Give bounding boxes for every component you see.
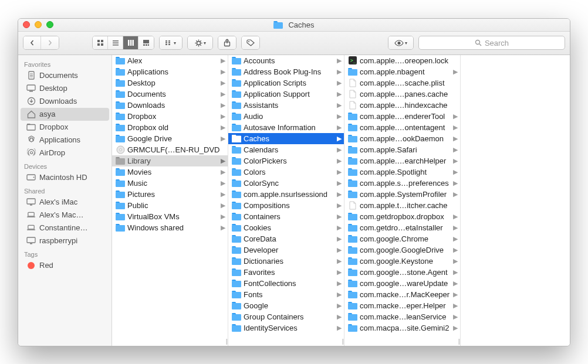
file-row[interactable]: com.google.Keystone▶ — [344, 256, 460, 267]
file-row[interactable]: Movies▶ — [112, 166, 228, 178]
file-row[interactable]: Downloads▶ — [112, 100, 228, 111]
forward-button[interactable] — [41, 36, 59, 49]
svg-rect-12 — [143, 45, 145, 46]
column-resize-grip[interactable]: || — [342, 338, 343, 345]
file-row[interactable]: com.apple.Spotlight▶ — [344, 166, 460, 178]
file-row[interactable]: com.apple.…hindexcache — [344, 100, 460, 111]
file-row[interactable]: Documents▶ — [112, 89, 228, 100]
zoom-button[interactable] — [46, 21, 53, 28]
file-row[interactable]: Alex▶ — [112, 55, 228, 66]
file-row[interactable]: com.google…stone.Agent▶ — [344, 267, 460, 278]
quicklook-button[interactable]: ▾ — [388, 36, 414, 50]
sidebar-item-alex-s-imac[interactable]: Alex's iMac — [18, 196, 111, 209]
file-row[interactable]: Dictionaries▶ — [228, 256, 344, 267]
file-row[interactable]: com.apple.…panes.cache — [344, 89, 460, 100]
file-row[interactable]: Calendars▶ — [228, 144, 344, 155]
search-input[interactable]: Search — [418, 36, 565, 50]
sidebar-item-constantine-[interactable]: Constantine… — [18, 222, 111, 234]
view-column-button[interactable] — [123, 36, 138, 49]
file-row[interactable]: Audio▶ — [228, 111, 344, 122]
file-row[interactable]: com.macke…leanService▶ — [344, 311, 460, 322]
file-row[interactable]: com.macke…eper.Helper▶ — [344, 300, 460, 311]
file-row[interactable]: com.google.GoogleDrive▶ — [344, 244, 460, 256]
close-button[interactable] — [23, 21, 30, 28]
sidebar-item-raspberrypi[interactable]: raspberrypi — [18, 234, 111, 247]
file-row[interactable]: CoreData▶ — [228, 233, 344, 244]
file-row[interactable]: com.apple.Safari▶ — [344, 144, 460, 155]
sidebar-item-macintosh-hd[interactable]: Macintosh HD — [18, 171, 111, 184]
file-row[interactable]: com.google.Chrome▶ — [344, 233, 460, 244]
file-row[interactable]: Autosave Information▶ — [228, 122, 344, 133]
back-button[interactable] — [23, 36, 41, 49]
file-row[interactable]: Desktop▶ — [112, 77, 228, 89]
file-row[interactable]: Application Scripts▶ — [228, 77, 344, 89]
sidebar-item-airdrop[interactable]: AirDrop — [18, 147, 111, 159]
file-row[interactable]: Containers▶ — [228, 211, 344, 222]
file-row[interactable]: com.apple.…ontentagent▶ — [344, 122, 460, 133]
file-row[interactable]: Music▶ — [112, 178, 228, 189]
sidebar-item-alex-s-mac-[interactable]: Alex's Mac… — [18, 209, 111, 222]
sidebar-item-desktop[interactable]: Desktop — [18, 82, 111, 95]
file-row[interactable]: com.macke…r.MacKeeper▶ — [344, 289, 460, 300]
file-row[interactable]: Application Support▶ — [228, 89, 344, 100]
action-button[interactable]: ▾ — [187, 36, 213, 50]
file-row[interactable]: Fonts▶ — [228, 289, 344, 300]
column-resize-grip[interactable]: || — [226, 338, 227, 345]
file-row[interactable]: Address Book Plug-Ins▶ — [228, 66, 344, 77]
sidebar-item-documents[interactable]: Documents — [18, 69, 111, 82]
file-row[interactable]: com.apple…ookDaemon▶ — [344, 133, 460, 144]
file-row[interactable]: GRMCULF(…EN-RU_DVD — [112, 144, 228, 155]
sidebar-item-dropbox[interactable]: Dropbox — [18, 121, 111, 134]
file-row[interactable]: com.apple.…scache.plist — [344, 77, 460, 89]
file-row[interactable]: IdentityServices▶ — [228, 322, 344, 334]
view-icon-button[interactable] — [93, 36, 108, 49]
file-row[interactable]: Developer▶ — [228, 244, 344, 256]
sidebar-item-applications[interactable]: Applications — [18, 134, 111, 147]
file-row[interactable]: com.apple.nbagent▶ — [344, 66, 460, 77]
arrange-button[interactable]: ▾ — [159, 36, 183, 50]
file-row[interactable]: com.getdro…etaInstaller▶ — [344, 222, 460, 233]
share-button[interactable] — [218, 36, 236, 50]
file-row[interactable]: Compositions▶ — [228, 200, 344, 211]
file-row[interactable]: ColorSync▶ — [228, 178, 344, 189]
file-row[interactable]: Colors▶ — [228, 166, 344, 178]
file-row[interactable]: Dropbox▶ — [112, 111, 228, 122]
file-row[interactable]: com.apple.s…preferences▶ — [344, 178, 460, 189]
file-row[interactable]: com.apple.t…itcher.cache — [344, 200, 460, 211]
file-row[interactable]: Assistants▶ — [228, 100, 344, 111]
sidebar-item-red[interactable]: Red — [18, 259, 111, 272]
file-row[interactable]: com.getdropbox.dropbox▶ — [344, 211, 460, 222]
file-row[interactable]: com.macpa…site.Gemini2▶ — [344, 322, 460, 334]
file-row[interactable]: Group Containers▶ — [228, 311, 344, 322]
file-row[interactable]: Google▶ — [228, 300, 344, 311]
file-row[interactable]: Accounts▶ — [228, 55, 344, 66]
file-row[interactable]: com.apple.…endererTool▶ — [344, 111, 460, 122]
view-gallery-button[interactable] — [138, 36, 154, 49]
file-row[interactable]: com.apple.nsurlsessiond▶ — [228, 189, 344, 200]
sidebar-item-asya[interactable]: asya — [21, 108, 109, 121]
file-row[interactable]: Library▶ — [112, 155, 228, 166]
file-row[interactable]: com.apple.SystemProfiler▶ — [344, 189, 460, 200]
file-row[interactable]: FontCollections▶ — [228, 278, 344, 289]
file-row[interactable]: com.apple.…earchHelper▶ — [344, 155, 460, 166]
file-row[interactable]: Applications▶ — [112, 66, 228, 77]
file-row[interactable]: ColorPickers▶ — [228, 155, 344, 166]
column-resize-grip[interactable]: || — [458, 338, 459, 345]
chevron-right-icon: ▶ — [337, 202, 342, 209]
file-row[interactable]: Windows shared▶ — [112, 222, 228, 233]
file-row[interactable]: Google Drive▶ — [112, 133, 228, 144]
file-row[interactable]: Cookies▶ — [228, 222, 344, 233]
file-row[interactable]: Favorites▶ — [228, 267, 344, 278]
file-name: com.google.Chrome — [360, 234, 451, 243]
view-list-button[interactable] — [108, 36, 123, 49]
sidebar-item-downloads[interactable]: Downloads — [18, 95, 111, 108]
file-row[interactable]: Dropbox old▶ — [112, 122, 228, 133]
tags-button[interactable] — [241, 36, 260, 50]
file-row[interactable]: Caches▶ — [228, 133, 344, 144]
file-row[interactable]: com.google…wareUpdate▶ — [344, 278, 460, 289]
file-row[interactable]: Public▶ — [112, 200, 228, 211]
file-row[interactable]: VirtualBox VMs▶ — [112, 211, 228, 222]
file-row[interactable]: Pictures▶ — [112, 189, 228, 200]
file-row[interactable]: >_com.apple.…oreopen.lock — [344, 55, 460, 66]
minimize-button[interactable] — [35, 21, 42, 28]
